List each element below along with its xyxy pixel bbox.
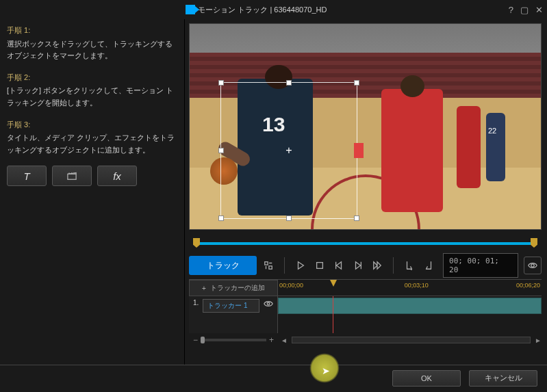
player-bg-2 [486, 113, 505, 181]
resize-handle-tr[interactable] [354, 80, 359, 86]
track-button[interactable]: トラック [189, 256, 257, 275]
player-bg-1 [457, 106, 481, 188]
play-button[interactable] [292, 257, 309, 274]
tracker-name-field[interactable]: トラッカー 1 [203, 299, 259, 313]
step2-title: 手順 2: [7, 72, 177, 84]
svg-point-4 [531, 264, 534, 267]
resize-handle-ml[interactable] [218, 148, 224, 153]
step1-title: 手順 1: [7, 25, 177, 37]
resize-handle-tl[interactable] [218, 80, 224, 86]
cancel-button[interactable]: キャンセル [469, 370, 537, 387]
reset-tracking-icon[interactable] [259, 257, 277, 274]
svg-rect-1 [265, 262, 268, 265]
zoom-out-button[interactable]: − [193, 335, 198, 345]
player-defender-1 [381, 89, 443, 212]
seek-bar[interactable] [189, 235, 542, 252]
add-tracker-button[interactable]: + トラッカーの追加 [189, 280, 278, 296]
dialog-footer: OK キャンセル [0, 365, 547, 391]
svg-rect-0 [68, 174, 76, 180]
prev-frame-button[interactable] [330, 257, 348, 274]
media-tool-button[interactable] [52, 166, 92, 186]
in-point-handle[interactable] [193, 238, 200, 248]
crosshair-icon: + [285, 144, 292, 157]
tracker-clip[interactable] [278, 298, 542, 314]
playhead-handle[interactable] [330, 280, 337, 287]
step2-desc: [トラック] ボタンをクリックして、モーション トラッキングを開始します。 [7, 85, 177, 109]
instructions-panel: 手順 1: 選択ボックスをドラッグして、トラッキングするオブジェクトをマークしま… [0, 19, 185, 365]
timeline-panel: + トラッカーの追加 00;00;00 00;03;10 00;06;20 1.… [189, 279, 542, 347]
playhead-line [333, 296, 333, 333]
horizontal-scrollbar[interactable] [292, 337, 531, 343]
playback-controls: トラック 00; 00; 01; 20 [189, 252, 542, 279]
help-button[interactable]: ? [509, 5, 513, 15]
window-title: モーション トラック | 636448070_HD [198, 5, 327, 15]
timecode-display[interactable]: 00; 00; 01; 20 [443, 253, 518, 278]
titlebar: モーション トラック | 636448070_HD ? ▢ ✕ [0, 0, 547, 19]
maximize-button[interactable]: ▢ [520, 5, 529, 15]
track-marker[interactable] [354, 143, 364, 158]
svg-point-5 [267, 302, 270, 305]
resize-handle-br[interactable] [354, 215, 359, 221]
resize-handle-tm[interactable] [286, 80, 292, 86]
timeline-track: 1. トラッカー 1 [189, 296, 542, 333]
scroll-right-button[interactable]: ► [535, 337, 542, 344]
step1-desc: 選択ボックスをドラッグして、トラッキングするオブジェクトをマークします。 [7, 38, 177, 62]
preview-quality-button[interactable] [524, 257, 542, 274]
zoom-in-button[interactable]: + [269, 335, 274, 345]
app-icon [186, 5, 195, 14]
tracking-selection-box[interactable]: + [220, 82, 357, 219]
svg-rect-3 [317, 263, 323, 269]
title-tool-button[interactable]: T [7, 166, 47, 186]
close-button[interactable]: ✕ [535, 5, 543, 15]
zoom-slider[interactable] [201, 339, 266, 341]
resize-handle-bm[interactable] [286, 215, 292, 221]
visibility-toggle[interactable] [264, 299, 273, 310]
fast-forward-button[interactable] [368, 257, 386, 274]
stop-button[interactable] [311, 257, 329, 274]
scroll-left-button[interactable]: ◄ [281, 337, 288, 344]
mark-in-button[interactable] [400, 257, 418, 274]
plus-icon: + [202, 285, 206, 292]
step3-title: 手順 3: [7, 119, 177, 131]
step3-desc: タイトル、メディア クリップ、エフェクトをトラッキングするオブジェクトに追加しま… [7, 132, 177, 156]
preview-viewport[interactable]: 13 + [189, 23, 542, 230]
resize-handle-bl[interactable] [218, 215, 224, 221]
fx-tool-button[interactable]: fx [97, 166, 137, 186]
svg-rect-2 [269, 266, 272, 269]
mark-out-button[interactable] [420, 257, 437, 274]
timeline-ruler[interactable]: 00;00;00 00;03;10 00;06;20 [278, 280, 542, 296]
ok-button[interactable]: OK [392, 370, 461, 387]
next-frame-button[interactable] [349, 257, 367, 274]
clapperboard-icon [67, 171, 77, 181]
track-index: 1. [193, 299, 199, 306]
track-lane[interactable] [278, 296, 542, 333]
out-point-handle[interactable] [531, 238, 537, 248]
